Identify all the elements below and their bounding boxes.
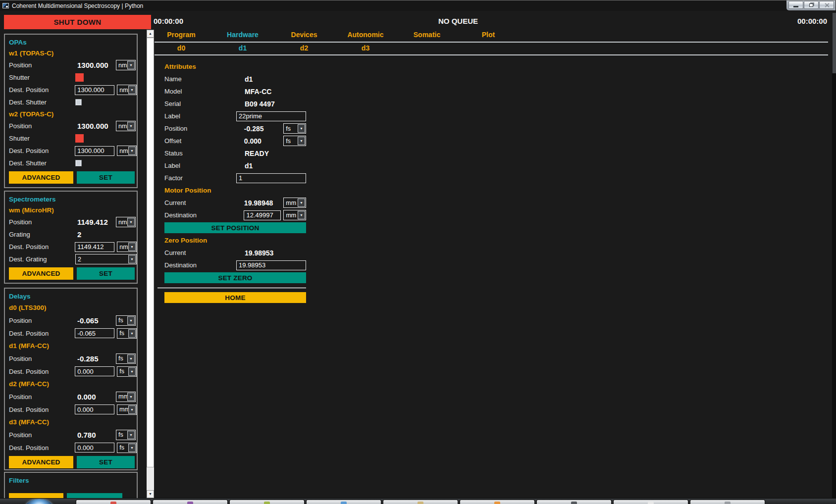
- position-unit-dropdown[interactable]: nm▼: [116, 121, 136, 131]
- dest-position-label: Dest. Position: [9, 444, 75, 452]
- w2-header: w2 (TOPAS-C): [9, 108, 137, 120]
- zero-destination-input[interactable]: [236, 260, 306, 270]
- position-unit-dropdown[interactable]: fs▼: [116, 430, 136, 440]
- remaining-timer: 00:00:00: [797, 17, 827, 25]
- opas-advanced-button[interactable]: ADVANCED: [9, 171, 73, 184]
- position-unit-dropdown[interactable]: fs▼: [116, 315, 136, 326]
- tab-autonomic[interactable]: Autonomic: [335, 31, 396, 39]
- dest-position-input[interactable]: [75, 366, 114, 376]
- set-zero-button[interactable]: SET ZERO: [164, 272, 306, 283]
- chevron-down-icon: ▼: [298, 199, 305, 207]
- offset-unit-dropdown[interactable]: fs▼: [283, 136, 306, 146]
- dest-position-unit-dropdown[interactable]: mm_▼: [117, 404, 137, 415]
- tab-d1[interactable]: d1: [212, 44, 273, 52]
- dest-position-unit-dropdown[interactable]: nm▼: [117, 146, 137, 156]
- dest-shutter-label: Dest. Shutter: [9, 99, 75, 106]
- dest-position-unit-dropdown[interactable]: fs▼: [117, 366, 137, 377]
- dest-position-input[interactable]: [75, 404, 114, 414]
- scroll-down-button[interactable]: ▼: [147, 490, 154, 498]
- position-unit-dropdown[interactable]: mm_▼: [116, 392, 136, 402]
- taskbar-button[interactable]: [383, 500, 458, 504]
- close-button[interactable]: [819, 1, 834, 9]
- set-position-button[interactable]: SET POSITION: [164, 222, 306, 233]
- scroll-up-button[interactable]: ▲: [147, 30, 154, 38]
- taskbar-button[interactable]: [153, 500, 228, 504]
- tab-devices[interactable]: Devices: [273, 31, 335, 39]
- sidebar-scrollbar[interactable]: ▲ ▼: [147, 30, 154, 498]
- main-scrollbar[interactable]: [833, 13, 836, 73]
- attributes-header: Attributes: [164, 60, 306, 73]
- dest-position-input[interactable]: [75, 328, 114, 338]
- destination-unit-dropdown[interactable]: mm▼: [283, 210, 306, 220]
- home-button[interactable]: HOME: [164, 292, 306, 303]
- dest-position-unit-dropdown[interactable]: nm▼: [117, 242, 137, 252]
- shutter-label: Shutter: [9, 135, 75, 142]
- position-unit-dropdown[interactable]: nm▼: [116, 217, 136, 227]
- taskbar-button[interactable]: [306, 500, 381, 504]
- tab-somatic[interactable]: Somatic: [396, 31, 458, 39]
- taskbar-button[interactable]: [536, 500, 612, 504]
- minimize-icon: [793, 6, 798, 7]
- dest-shutter-checkbox[interactable]: [75, 99, 82, 105]
- delays-set-button[interactable]: SET: [77, 456, 135, 468]
- dest-position-unit-dropdown[interactable]: fs▼: [117, 328, 137, 339]
- chevron-down-icon: ▼: [298, 124, 305, 133]
- tab-d3[interactable]: d3: [335, 44, 396, 52]
- spectrometers-set-button[interactable]: SET: [77, 267, 135, 280]
- delays-advanced-button[interactable]: ADVANCED: [9, 456, 73, 468]
- label-input[interactable]: [236, 111, 306, 121]
- app-window-icon: [2, 3, 9, 8]
- taskbar-button[interactable]: [460, 500, 535, 504]
- zero-current-label: Current: [164, 249, 245, 256]
- current-label: Current: [164, 199, 244, 206]
- spectrometers-advanced-button[interactable]: ADVANCED: [9, 267, 73, 280]
- opas-set-button[interactable]: SET: [77, 171, 135, 184]
- filters-advanced-button[interactable]: [9, 493, 63, 498]
- dest-position-input[interactable]: [75, 443, 114, 453]
- shutter-indicator: [75, 73, 84, 82]
- tab-d0[interactable]: d0: [151, 44, 212, 52]
- tab-program[interactable]: Program: [151, 31, 212, 39]
- start-button[interactable]: [25, 499, 53, 504]
- dest-position-input[interactable]: [75, 146, 114, 156]
- name-value: d1: [245, 75, 283, 83]
- minimize-button[interactable]: [788, 1, 803, 9]
- app-icon: [187, 502, 193, 504]
- tab-d2[interactable]: d2: [273, 44, 335, 52]
- motor-position-header: Motor Position: [164, 184, 306, 197]
- dest-position-input[interactable]: [75, 85, 114, 95]
- shutter-label: Shutter: [9, 74, 75, 81]
- tab-hardware[interactable]: Hardware: [212, 31, 273, 39]
- restore-button[interactable]: [804, 1, 819, 9]
- position-unit-dropdown[interactable]: fs▼: [283, 123, 306, 134]
- shut-down-button[interactable]: SHUT DOWN: [4, 15, 151, 29]
- current-unit-dropdown[interactable]: mm▼: [283, 198, 306, 208]
- d1-header: d1 (MFA-CC): [9, 340, 137, 352]
- chevron-down-icon: ▼: [128, 147, 136, 155]
- dest-position-label: Dest. Position: [9, 86, 75, 94]
- dest-position-input[interactable]: [75, 242, 114, 252]
- tab-plot[interactable]: Plot: [458, 31, 519, 39]
- destination-input[interactable]: [244, 210, 281, 220]
- scrollbar-thumb[interactable]: [147, 38, 154, 467]
- separator: [155, 42, 828, 43]
- taskbar-button[interactable]: [229, 500, 305, 504]
- filters-set-button[interactable]: [67, 493, 122, 498]
- grating-label: Grating: [9, 231, 75, 238]
- taskbar-button[interactable]: [613, 500, 688, 504]
- dest-position-label: Dest. Position: [9, 368, 75, 375]
- wm-header: wm (MicroHR): [9, 204, 137, 216]
- dest-position-unit-dropdown[interactable]: fs▼: [117, 443, 137, 453]
- taskbar-button[interactable]: [76, 500, 151, 504]
- chevron-down-icon: ▼: [128, 444, 136, 452]
- position-unit-dropdown[interactable]: nm▼: [116, 60, 136, 70]
- position-unit-dropdown[interactable]: fs▼: [116, 353, 136, 364]
- chevron-down-icon: ▼: [127, 393, 135, 401]
- dest-shutter-checkbox[interactable]: [75, 160, 82, 166]
- zero-position-header: Zero Position: [164, 234, 306, 247]
- d0-header: d0 (LTS300): [9, 302, 137, 314]
- factor-input[interactable]: [236, 173, 306, 183]
- dest-position-unit-dropdown[interactable]: nm▼: [117, 85, 137, 95]
- dest-grating-dropdown[interactable]: 2▼: [75, 254, 137, 264]
- taskbar-button[interactable]: [690, 500, 765, 504]
